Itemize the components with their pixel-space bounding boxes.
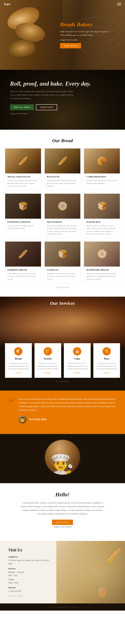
visit-phone-label: PHONE xyxy=(8,587,51,589)
visit-background-image: 🥖 🥚 🌾 xyxy=(56,541,125,603)
service-card-cakes[interactable]: 🎂 Cakes Excepteur sint occaecat cupidata… xyxy=(64,343,91,378)
bread-card-body-7: FARMING BREAD Unbleached organic wheat f… xyxy=(5,266,41,283)
bread-card-body-6: DANISH RYE Whole rye flour, cracked rye … xyxy=(84,219,120,238)
hello-section: Hello! Lorem ipsum dolor sit amet, conse… xyxy=(0,483,125,541)
hello-cta-button[interactable]: READ MORE xyxy=(52,520,73,525)
bread-card-body-2: BAGUETTE Naturally leavened baguette mad… xyxy=(45,174,80,190)
author-name: Paul Smith, Baker xyxy=(29,418,47,421)
bread-name-2: BAGUETTE xyxy=(47,176,78,178)
nav-logo[interactable]: logo xyxy=(4,2,11,6)
bread-name-7: FARMING BREAD xyxy=(8,268,39,271)
our-bread-section: Our Bread 🥖 MASALA BAGUETTE Crispy table… xyxy=(0,130,125,297)
bread-grid: 🥖 MASALA BAGUETTE Crispy table loaf made… xyxy=(5,148,120,283)
baker-section: 👨‍🍳 xyxy=(0,434,125,480)
service-desc-breads: Excepteur sint occaecat cupidatat non pr… xyxy=(8,362,29,370)
bread-card-body-1: MASALA BAGUETTE Crispy table loaf made u… xyxy=(5,174,41,190)
our-bread-title: Our Bread xyxy=(5,138,120,143)
bread-card-body-9: HANDMADE BREAD Naturally leavened bread … xyxy=(84,266,120,283)
see-full-menu-button[interactable]: SEE FULL MENU xyxy=(10,104,34,110)
visit-title: Visit Us xyxy=(8,548,51,552)
bread-card-handmade-bread[interactable]: 🫓 HANDMADE BREAD Naturally leavened brea… xyxy=(84,242,120,283)
hero-image-credit: Image from Freepik xyxy=(60,38,113,42)
menu-line-2 xyxy=(117,4,121,4)
bread-card-body-8: CIABATTA Unbleached organic wheat flour,… xyxy=(45,266,80,283)
service-desc-pastries: Excepteur sint occaecat cupidatat non pr… xyxy=(37,362,59,370)
menu-line-3 xyxy=(117,5,121,5)
bread-name-1: MASALA BAGUETTE xyxy=(8,176,39,178)
cakes-icon: 🎂 xyxy=(73,347,81,356)
bread-image-7: 🥖 xyxy=(5,242,41,266)
bread-image-5: 🫓 xyxy=(45,194,80,219)
service-name-cakes: Cakes xyxy=(66,358,88,360)
service-card-pizza[interactable]: 🍕 Pizza Excepteur sint occaecat cupidata… xyxy=(93,343,120,378)
baker-avatar: 👨‍🍳 xyxy=(44,439,81,476)
service-more-pastries[interactable]: MORE xyxy=(37,372,59,374)
bread-card-multigrain[interactable]: 🫓 MULTIGRAIN Naturally leavened bread ma… xyxy=(45,194,81,238)
roll-title: Roll, proof, and bake. Every day. xyxy=(10,80,91,87)
quote-author: 👨 Paul Smith, Baker xyxy=(18,415,117,424)
bread-card-body-4: EVERYDAY FRENCH Everyday table loaf made… xyxy=(5,219,41,232)
bread-desc-4: Everyday table loaf made using the Class… xyxy=(8,224,39,230)
visit-content: Visit Us ADDRESS 123 Rock Street, 21 Ave… xyxy=(0,541,56,603)
hero-section: Breads Bakery Nibh venenatis cras sed fe… xyxy=(0,0,125,70)
bread-card-farming-bread[interactable]: 🥖 FARMING BREAD Unbleached organic wheat… xyxy=(5,242,41,283)
pastries-icon: 🥐 xyxy=(44,347,52,356)
service-more-pizza[interactable]: MORE xyxy=(96,372,117,374)
bread-name-8: CIABATTA xyxy=(47,268,78,271)
bread-image-8: 🍞 xyxy=(45,242,80,266)
services-image-credit: Image from Freepik xyxy=(0,380,125,382)
roll-image-credit: Image from Freepik xyxy=(10,112,73,116)
bread-card-ciabatta[interactable]: 🍞 CIABATTA Unbleached organic wheat flou… xyxy=(45,242,81,283)
service-card-breads[interactable]: 🍞 Breads Excepteur sint occaecat cupidat… xyxy=(5,343,32,378)
visit-phone: 1 (234) 567-891 xyxy=(8,590,51,593)
hero-content: Breads Bakery Nibh venenatis cras sed fe… xyxy=(57,18,117,52)
quote-content: Our pastries are baked fresh on a daily … xyxy=(18,397,117,424)
bread-image-6: 🍞 xyxy=(84,194,120,219)
bread-name-3: CARDAMOM BUN xyxy=(86,176,117,178)
bread-desc-5: Naturally leavened bread made using the … xyxy=(47,224,78,235)
service-name-pastries: Pastries xyxy=(37,358,59,360)
bread-desc-8: Unbleached organic wheat flour, whole ry… xyxy=(47,272,78,280)
services-cards: 🍞 Breads Excepteur sint occaecat cupidat… xyxy=(0,343,125,378)
bread-card-danish-rye[interactable]: 🍞 DANISH RYE Whole rye flour, cracked ry… xyxy=(84,194,120,238)
bread-card-masala-baguette[interactable]: 🥖 MASALA BAGUETTE Crispy table loaf made… xyxy=(5,148,41,190)
service-more-cakes[interactable]: MORE xyxy=(66,372,88,374)
bread-image-3: 🥐 xyxy=(84,148,120,174)
service-card-pastries[interactable]: 🥐 Pastries Excepteur sint occaecat cupid… xyxy=(35,343,61,378)
bread-image-1: 🥖 xyxy=(5,148,41,174)
hero-title: Breads Bakery xyxy=(60,22,113,28)
bread-desc-9: Naturally leavened bread made using the … xyxy=(86,272,117,280)
service-name-pizza: Pizza xyxy=(96,358,117,360)
bread-card-body-3: CARDAMOM BUN A classic knitted Swedish s… xyxy=(84,174,120,187)
services-section: Our Services 🍞 Breads Excepteur sint occ… xyxy=(0,297,125,390)
visit-hours-label: HOURS xyxy=(8,568,51,570)
bread-desc-1: Crispy table loaf made using the Classic… xyxy=(8,179,39,188)
visit-image-credit: Image from Unsplash xyxy=(8,595,51,597)
visit-address: 123 Rock Street, 21 Avenue New York, NY … xyxy=(8,559,51,565)
service-desc-pizza: Excepteur sint occaecat cupidatat non pr… xyxy=(96,362,117,370)
author-avatar: 👨 xyxy=(18,415,27,424)
order-now-button[interactable]: ORDER NOW xyxy=(36,104,57,110)
hamburger-menu[interactable] xyxy=(117,3,121,5)
bread-desc-2: Naturally leavened baguette made using t… xyxy=(47,179,78,188)
bread-image-4: 🍞 xyxy=(5,194,41,219)
service-more-breads[interactable]: MORE xyxy=(8,372,29,374)
bread-card-baguette[interactable]: 🥖 BAGUETTE Naturally leavened baguette m… xyxy=(45,148,81,190)
bread-name-5: MULTIGRAIN xyxy=(47,221,78,223)
visit-section: 🥖 🥚 🌾 Visit Us ADDRESS 123 Rock Street, … xyxy=(0,541,125,603)
bread-name-6: DANISH RYE xyxy=(86,221,117,223)
bread-name-9: HANDMADE BREAD xyxy=(86,268,117,271)
quote-section: “ Our pastries are baked fresh on a dail… xyxy=(0,390,125,430)
roll-section: Roll, proof, and bake. Every day. When i… xyxy=(0,70,125,130)
bread-image-9: 🫓 xyxy=(84,242,120,266)
bread-card-cardamom-bun[interactable]: 🥐 CARDAMOM BUN A classic knitted Swedish… xyxy=(84,148,120,190)
service-desc-cakes: Excepteur sint occaecat cupidatat non pr… xyxy=(66,362,88,370)
roll-buttons: SEE FULL MENU ORDER NOW xyxy=(10,104,91,110)
quote-text: Our pastries are baked fresh on a daily … xyxy=(18,397,117,412)
bread-image-2: 🥖 xyxy=(45,148,80,174)
menu-line-1 xyxy=(117,3,121,3)
bread-card-everyday-french[interactable]: 🍞 EVERYDAY FRENCH Everyday table loaf ma… xyxy=(5,194,41,238)
baker-image-credit xyxy=(0,480,125,483)
hero-cta-button[interactable]: READ MORE xyxy=(60,43,81,48)
footer-text: Footer info – do not use the Pie Free El… xyxy=(5,606,120,608)
